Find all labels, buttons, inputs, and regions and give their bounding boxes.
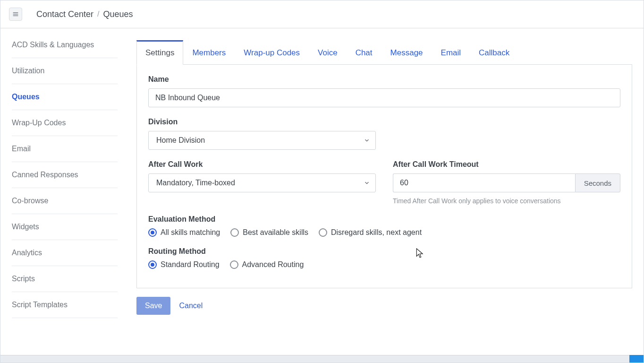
sidebar: ACD Skills & Languages Utilization Queue…: [0, 28, 128, 354]
sidebar-item-widgets[interactable]: Widgets: [12, 214, 118, 240]
tab-bar: Settings Members Wrap-up Codes Voice Cha…: [136, 40, 632, 64]
sidebar-item-script-templates[interactable]: Script Templates: [12, 292, 118, 318]
sidebar-item-analytics[interactable]: Analytics: [12, 240, 118, 266]
radio-best-available[interactable]: Best available skills: [230, 228, 308, 237]
tab-members[interactable]: Members: [183, 41, 235, 64]
app-frame: Contact Center / Queues ACD Skills & Lan…: [0, 0, 644, 363]
acw-timeout-label: After Call Work Timeout: [393, 160, 620, 169]
acw-timeout-unit: Seconds: [575, 173, 620, 192]
radio-dot-empty: [319, 228, 327, 237]
body: ACD Skills & Languages Utilization Queue…: [0, 28, 644, 354]
radio-label: All skills matching: [161, 228, 220, 237]
save-button[interactable]: Save: [136, 297, 170, 315]
division-select-value[interactable]: Home Division: [148, 131, 376, 150]
division-label: Division: [148, 118, 620, 126]
acw-select-value[interactable]: Mandatory, Time-boxed: [148, 173, 376, 192]
breadcrumb-separator: /: [97, 10, 99, 18]
footer-actions: Save Cancel: [136, 288, 632, 315]
sidebar-item-utilization[interactable]: Utilization: [12, 58, 118, 84]
sidebar-item-scripts[interactable]: Scripts: [12, 266, 118, 292]
division-select[interactable]: Home Division: [148, 131, 376, 150]
tab-settings[interactable]: Settings: [136, 40, 183, 65]
name-label: Name: [148, 75, 620, 84]
radio-dot-empty: [230, 260, 238, 269]
radio-label: Best available skills: [243, 228, 308, 237]
corner-accent: [629, 355, 644, 363]
routing-method-radios: Standard Routing Advanced Routing: [148, 260, 620, 269]
name-input[interactable]: [148, 88, 620, 107]
tab-message[interactable]: Message: [381, 41, 432, 64]
settings-panel: Name Division Home Division After Call W…: [136, 64, 632, 288]
radio-label: Disregard skills, next agent: [331, 228, 422, 237]
sidebar-item-canned-responses[interactable]: Canned Responses: [12, 162, 118, 188]
sidebar-item-acd-skills[interactable]: ACD Skills & Languages: [12, 37, 118, 58]
radio-dot-selected: [148, 260, 157, 269]
menu-button[interactable]: [9, 8, 22, 21]
routing-method-label: Routing Method: [148, 247, 620, 256]
acw-timeout-input[interactable]: [393, 173, 575, 192]
evaluation-method-radios: All skills matching Best available skill…: [148, 228, 620, 237]
tab-email[interactable]: Email: [432, 41, 470, 64]
evaluation-method-label: Evaluation Method: [148, 215, 620, 224]
sidebar-item-queues[interactable]: Queues: [12, 84, 118, 110]
sidebar-item-wrapup-codes[interactable]: Wrap-Up Codes: [12, 110, 118, 136]
radio-dot-empty: [230, 228, 239, 237]
radio-dot-selected: [148, 228, 157, 237]
sidebar-item-email[interactable]: Email: [12, 136, 118, 162]
acw-help-text: Timed After Call Work only applies to vo…: [393, 197, 620, 205]
breadcrumb-current: Queues: [103, 9, 133, 19]
hamburger-icon: [12, 10, 19, 18]
acw-timeout-group: Seconds: [393, 173, 620, 192]
tab-wrapup-codes[interactable]: Wrap-up Codes: [235, 41, 309, 64]
tab-callback[interactable]: Callback: [470, 41, 518, 64]
radio-standard-routing[interactable]: Standard Routing: [148, 260, 220, 269]
cancel-button[interactable]: Cancel: [179, 302, 203, 310]
acw-label: After Call Work: [148, 160, 376, 169]
sidebar-item-co-browse[interactable]: Co-browse: [12, 188, 118, 214]
radio-all-skills[interactable]: All skills matching: [148, 228, 220, 237]
tab-voice[interactable]: Voice: [309, 41, 347, 64]
breadcrumb-parent[interactable]: Contact Center: [36, 9, 93, 19]
acw-select[interactable]: Mandatory, Time-boxed: [148, 173, 376, 192]
radio-label: Standard Routing: [161, 260, 220, 269]
main-content: Settings Members Wrap-up Codes Voice Cha…: [128, 28, 644, 354]
top-bar: Contact Center / Queues: [0, 0, 644, 28]
tab-chat[interactable]: Chat: [347, 41, 381, 64]
radio-label: Advanced Routing: [242, 260, 304, 269]
bottom-strip: [0, 355, 644, 363]
radio-advanced-routing[interactable]: Advanced Routing: [230, 260, 304, 269]
radio-disregard-skills[interactable]: Disregard skills, next agent: [319, 228, 422, 237]
